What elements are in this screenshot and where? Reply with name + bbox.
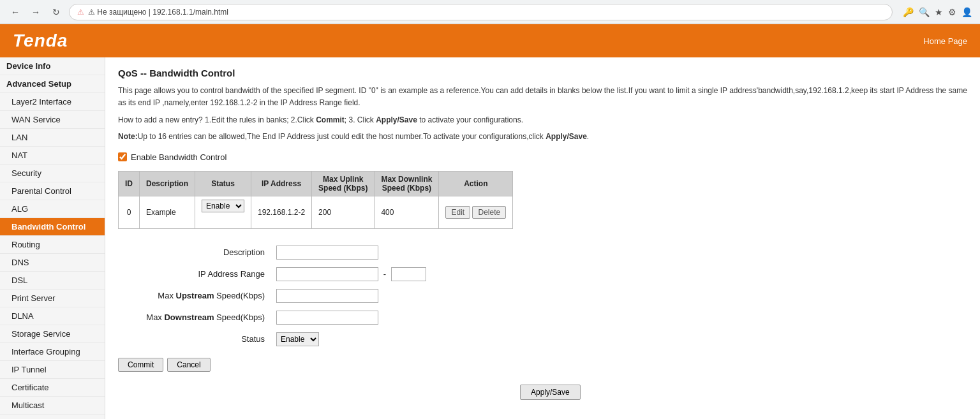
enable-bandwidth-label: Enable Bandwidth Control [131,152,226,162]
form-row-status: Status Enable Disable [118,328,431,350]
ip-range-end-input[interactable] [391,267,426,281]
ip-range-start-input[interactable] [276,267,378,281]
cell-downlink: 400 [375,196,439,228]
form-row-description: Description [118,242,431,263]
forward-button[interactable]: → [28,4,43,20]
sidebar-item-wan-service[interactable]: WAN Service [0,111,105,129]
sidebar-item-routing[interactable]: Routing [0,236,105,254]
address-text: ⚠ Не защищено | 192.168.1.1/main.html [88,8,228,17]
table-row: 0 Example EnableDisable 192.168.1.2-2 20… [119,196,513,228]
address-bar[interactable]: ⚠ ⚠ Не защищено | 192.168.1.1/main.html [69,4,893,20]
enable-bandwidth-row: Enable Bandwidth Control [118,152,967,162]
logo: Tenda [13,31,68,51]
note-apply: Apply/Save [546,132,587,141]
cell-id: 0 [119,196,140,228]
page-note: Note:Up to 16 entries can be allowed,The… [118,132,967,141]
main-layout: Device InfoAdvanced SetupLayer2 Interfac… [0,57,980,419]
sidebar-item-security[interactable]: Security [0,165,105,182]
page-title: QoS -- Bandwidth Control [118,68,967,78]
sidebar-item-dlna[interactable]: DLNA [0,307,105,325]
status-select[interactable]: Enable Disable [276,332,319,346]
note-suffix: . [587,132,589,141]
form-label-description: Description [118,242,271,263]
table-header-row: ID Description Status IP Address Max Upl… [119,171,513,196]
description-input[interactable] [276,246,378,260]
sidebar-item-lan[interactable]: LAN [0,129,105,147]
col-status: Status [195,171,251,196]
commit-button[interactable]: Commit [118,358,163,372]
apply-save-row: Apply/Save [118,385,967,400]
lock-icon: ⚠ [77,8,84,17]
cell-description: Example [140,196,195,228]
form-label-ip-range: IP Address Range [118,263,271,285]
edit-button[interactable]: Edit [445,206,470,219]
sidebar-item-layer2-interface[interactable]: Layer2 Interface [0,93,105,111]
col-ip: IP Address [251,171,312,196]
back-button[interactable]: ← [8,4,23,20]
note-prefix: Note: [118,132,138,141]
home-page-link[interactable]: Home Page [923,36,967,46]
desc2-apply: Apply/Save [376,115,417,124]
page-description-1: This page allows you to control bandwidt… [118,85,967,109]
bandwidth-form: Description IP Address Range - Max Upstr… [118,242,431,350]
content-area: QoS -- Bandwidth Control This page allow… [105,57,980,419]
bookmark-icon: ★ [935,7,943,17]
form-label-upstream: Max Upstream Speed(Kbps) [118,285,271,307]
desc1-text: This page allows you to control bandwidt… [118,86,967,107]
form-row-upstream: Max Upstream Speed(Kbps) [118,285,431,307]
col-action: Action [439,171,513,196]
desc2-suffix: to activate your configurations. [417,115,523,124]
form-row-ip-range: IP Address Range - [118,263,431,285]
extensions-icon: ⚙ [948,7,956,17]
ip-range-separator: - [383,269,386,279]
desc2-prefix: How to add a new entry? 1.Edit the rules… [118,115,316,124]
sidebar-item-ip-tunnel[interactable]: IP Tunnel [0,361,105,379]
form-label-downstream: Max Downstream Speed(Kbps) [118,307,271,328]
sidebar-item-multicast[interactable]: Multicast [0,397,105,415]
sidebar-item-nat[interactable]: NAT [0,147,105,165]
col-uplink: Max UplinkSpeed (Kbps) [312,171,375,196]
reload-button[interactable]: ↻ [48,4,64,20]
cell-action: Edit Delete [439,196,513,228]
col-downlink: Max DownlinkSpeed (Kbps) [375,171,439,196]
sidebar-item-certificate[interactable]: Certificate [0,379,105,397]
col-id: ID [119,171,140,196]
search-icon: 🔍 [919,7,930,17]
sidebar: Device InfoAdvanced SetupLayer2 Interfac… [0,57,105,419]
sidebar-item-alg[interactable]: ALG [0,200,105,218]
sidebar-item-print-server[interactable]: Print Server [0,290,105,307]
delete-button[interactable]: Delete [472,206,506,219]
desc2-commit: Commit [316,115,345,124]
form-row-downstream: Max Downstream Speed(Kbps) [118,307,431,328]
cell-ip: 192.168.1.2-2 [251,196,312,228]
max-upstream-input[interactable] [276,289,378,303]
sidebar-item-advanced-setup[interactable]: Advanced Setup [0,75,105,93]
note-text: Up to 16 entries can be allowed,The End … [138,132,546,141]
enable-bandwidth-checkbox[interactable] [118,152,127,161]
apply-save-button[interactable]: Apply/Save [520,385,581,400]
user-icon: 👤 [961,7,972,17]
cell-uplink: 200 [312,196,375,228]
col-description: Description [140,171,195,196]
sidebar-item-parental-control[interactable]: Parental Control [0,182,105,200]
browser-bar: ← → ↻ ⚠ ⚠ Не защищено | 192.168.1.1/main… [0,0,980,24]
form-label-status: Status [118,328,271,350]
browser-toolbar-icons: 🔑 🔍 ★ ⚙ 👤 [903,7,972,17]
row-status-select[interactable]: EnableDisable [202,200,244,212]
cancel-button[interactable]: Cancel [167,358,210,372]
header: Tenda Home Page [0,24,980,57]
form-button-row: Commit Cancel [118,358,967,372]
page-description-2: How to add a new entry? 1.Edit the rules… [118,114,967,126]
desc2-middle: ; 3. Click [345,115,376,124]
key-icon: 🔑 [903,7,914,17]
max-downstream-input[interactable] [276,311,378,325]
cell-status: EnableDisable [195,196,251,228]
sidebar-item-storage-service[interactable]: Storage Service [0,325,105,343]
sidebar-item-iptv[interactable]: IPTV [0,415,105,419]
sidebar-item-dsl[interactable]: DSL [0,272,105,290]
sidebar-item-device-info[interactable]: Device Info [0,57,105,75]
bandwidth-table: ID Description Status IP Address Max Upl… [118,171,513,229]
sidebar-item-bandwidth-control[interactable]: Bandwidth Control [0,218,105,236]
sidebar-item-dns[interactable]: DNS [0,254,105,272]
sidebar-item-interface-grouping[interactable]: Interface Grouping [0,343,105,361]
